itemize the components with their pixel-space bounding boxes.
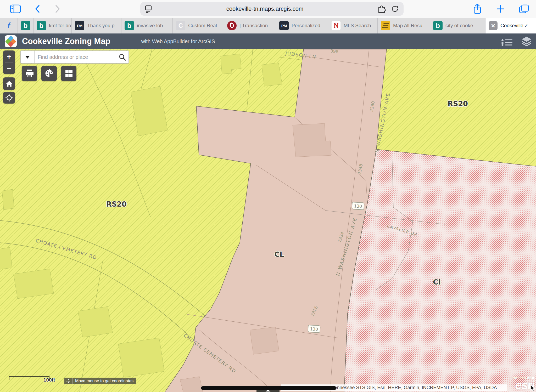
f-icon: f (4, 21, 14, 30)
arcgis-logo (5, 35, 17, 47)
search-button[interactable] (116, 51, 129, 63)
swirl-icon (227, 21, 237, 30)
zoom-out-button[interactable]: − (3, 63, 15, 74)
back-button[interactable] (31, 0, 44, 18)
tab-map-all[interactable]: Map All Resu... (378, 18, 430, 33)
screen: cookeville-tn.maps.arcgis.com (0, 0, 536, 392)
palette-icon (44, 69, 54, 78)
legend-icon[interactable] (501, 37, 513, 46)
tab-transaction[interactable]: | Transaction... (224, 18, 276, 33)
browser-toolbar: cookeville-tn.maps.arcgis.com (0, 0, 536, 18)
bing-icon: b (125, 21, 134, 30)
scale-label: 100ft (43, 377, 55, 383)
url-text: cookeville-tn.maps.arcgis.com (152, 5, 377, 12)
tab-label: Custom Real... (188, 23, 221, 29)
svg-text:130: 130 (354, 203, 362, 209)
tab-label: Personalized... (292, 23, 325, 29)
page-subtitle: with Web AppBuilder for ArcGIS (141, 38, 215, 44)
search-widget (20, 50, 129, 64)
route-shield-130-upper: 130 (352, 202, 364, 210)
tab-label: Cookeville Z... (500, 23, 532, 29)
tab-label: city of cooke... (445, 23, 477, 29)
tab-invasive[interactable]: b invasive lob... (121, 18, 173, 33)
tab-label: invasive lob... (137, 23, 167, 29)
svg-text:130: 130 (310, 326, 318, 332)
crosshair-icon[interactable] (64, 378, 72, 384)
cursor-pointer (530, 385, 536, 392)
share-button[interactable] (470, 0, 485, 18)
print-button[interactable] (22, 66, 37, 81)
page-format-icon[interactable] (144, 5, 152, 13)
zone-label-rs20-left: RS20 (106, 200, 127, 208)
tab-label: kmt for bre (49, 23, 71, 29)
close-tab-icon[interactable]: × (489, 21, 498, 30)
forward-button[interactable] (51, 0, 64, 18)
pm-icon: PM (279, 21, 289, 30)
zone-ci-area (344, 149, 536, 392)
home-icon (5, 80, 13, 87)
basemap-gallery-button[interactable] (61, 66, 76, 81)
locate-icon (5, 94, 13, 102)
tab-label: Thank you p... (87, 23, 119, 29)
share-icon (473, 3, 482, 14)
zoom-in-button[interactable]: + (3, 50, 15, 62)
zone-label-rs20-right: RS20 (448, 100, 468, 108)
bing-icon: b (21, 21, 30, 30)
tab-strip: f b b kmt for bre PM Thank you p... b in… (0, 18, 536, 33)
sidebar-icon (10, 4, 21, 13)
coordinate-hint-text: Move mouse to get coordinates (72, 379, 136, 383)
print-icon (25, 69, 34, 78)
tabs-icon (519, 4, 529, 14)
tab-custom-real[interactable]: C Custom Real... (173, 18, 224, 33)
tab-partial[interactable]: f (0, 18, 18, 33)
chevron-down-icon (25, 56, 30, 59)
n-icon: N (331, 21, 341, 30)
tab-cookeville-zoning-active[interactable]: × Cookeville Z... (485, 18, 536, 33)
tab-thank-you[interactable]: PM Thank you p... (72, 18, 121, 33)
tab-label: Map All Resu... (393, 23, 427, 29)
new-tab-button[interactable] (493, 0, 508, 18)
sidebar-toggle-button[interactable] (8, 0, 23, 18)
c-icon: C (176, 21, 185, 30)
tab-label: MLS Search (344, 23, 371, 29)
back-icon (35, 5, 40, 13)
zoom-control: + − (3, 50, 15, 74)
zone-label-cl: CL (274, 250, 284, 258)
tab-city-of-cookeville[interactable]: b city of cooke... (430, 18, 485, 33)
layers-icon[interactable] (521, 36, 532, 46)
address-bar[interactable]: cookeville-tn.maps.arcgis.com (140, 2, 404, 16)
tab-label: | Transaction... (239, 23, 272, 29)
tabs-overview-button[interactable] (516, 0, 532, 18)
app-header: Cookeville Zoning Map with Web AppBuilde… (0, 33, 536, 49)
route-shield-130-lower: 130 (308, 325, 320, 333)
forward-icon (55, 5, 60, 13)
extensions-icon[interactable] (377, 5, 386, 13)
my-location-button[interactable] (3, 92, 15, 104)
zone-label-ci: CI (433, 278, 441, 286)
home-indicator-bar[interactable] (201, 386, 336, 390)
coordinate-widget[interactable]: Move mouse to get coordinates (64, 378, 136, 384)
pm-icon: PM (75, 21, 84, 30)
bing-icon: b (37, 21, 46, 30)
tab-personalized[interactable]: PM Personalized... (276, 18, 328, 33)
zoning-map-canvas[interactable]: JUDSON LN N WASHINGTON AVE N WASHINGTON … (0, 49, 536, 392)
home-extent-button[interactable] (3, 77, 15, 90)
search-input[interactable] (35, 51, 116, 63)
page-title: Cookeville Zoning Map (22, 37, 110, 46)
search-icon (119, 53, 126, 61)
chevron-up-icon (265, 390, 271, 391)
reload-icon[interactable] (391, 5, 399, 13)
layered-bars-icon (381, 21, 390, 30)
grid-icon (64, 69, 73, 78)
plus-icon (496, 4, 505, 13)
tab-mls-search[interactable]: N MLS Search (328, 18, 378, 33)
search-source-dropdown[interactable] (21, 51, 35, 63)
bing-icon: b (433, 21, 443, 30)
draw-button[interactable] (41, 66, 57, 81)
tab-kmt[interactable]: b kmt for bre (34, 18, 72, 33)
header-divider (517, 36, 517, 47)
tab-bing-blank[interactable]: b (18, 18, 34, 33)
